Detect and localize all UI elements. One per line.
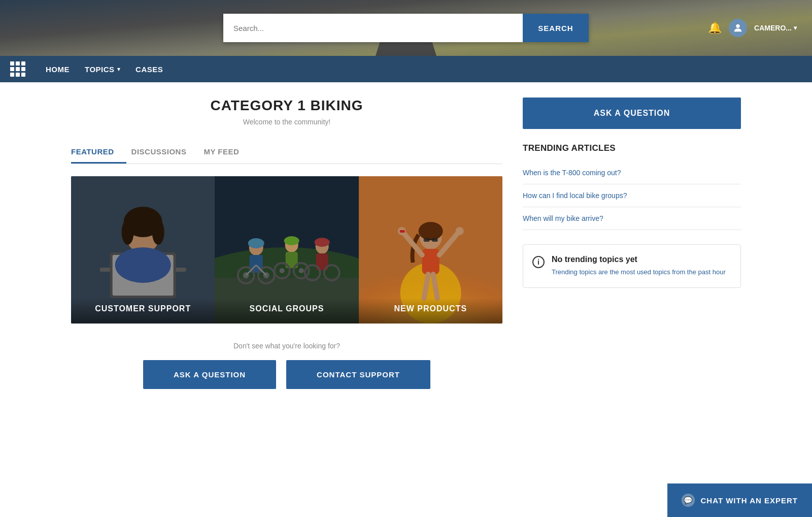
avatar — [729, 19, 747, 37]
bottom-text: Don't see what you're looking for? — [71, 342, 502, 350]
ask-question-sidebar-button[interactable]: ASK A QUESTION — [523, 98, 741, 129]
ask-question-bottom-button[interactable]: ASK A QUESTION — [143, 360, 276, 389]
grid-menu-icon[interactable] — [10, 61, 25, 77]
trending-articles-section: TRENDING ARTICLES When is the T-800 comi… — [523, 143, 741, 230]
tab-my-feed[interactable]: MY FEED — [204, 141, 251, 164]
card-customer-support[interactable]: CUSTOMER SUPPORT — [71, 176, 215, 324]
trending-article-3[interactable]: When will my bike arrive? — [523, 207, 741, 230]
no-trending-box: i No trending topics yet Trending topics… — [523, 244, 741, 288]
nav-item-cases[interactable]: CASES — [136, 63, 163, 76]
header-right: 🔔 CAMERO... ▾ — [708, 19, 797, 37]
username-label[interactable]: CAMERO... ▾ — [754, 24, 797, 32]
tab-discussions[interactable]: DISCUSSIONS — [131, 141, 199, 164]
featured-cards-grid: CUSTOMER SUPPORT — [71, 176, 502, 324]
tab-featured[interactable]: FEATURED — [71, 141, 126, 164]
trending-article-2[interactable]: How can I find local bike groups? — [523, 184, 741, 207]
page-title-section: CATEGORY 1 BIKING Welcome to the communi… — [71, 98, 502, 126]
notification-bell-icon[interactable]: 🔔 — [708, 21, 722, 35]
bottom-section: Don't see what you're looking for? ASK A… — [71, 342, 502, 399]
card-3-label: NEW PRODUCTS — [359, 298, 502, 324]
topics-chevron-icon: ▾ — [117, 66, 121, 73]
bottom-buttons: ASK A QUESTION CONTACT SUPPORT — [71, 360, 502, 389]
chevron-down-icon: ▾ — [794, 24, 797, 31]
search-bar: SEARCH — [223, 14, 589, 42]
search-button[interactable]: SEARCH — [523, 14, 589, 42]
navbar: HOME TOPICS ▾ CASES — [0, 56, 812, 82]
sidebar: ASK A QUESTION TRENDING ARTICLES When is… — [523, 98, 741, 399]
no-trending-description: Trending topics are the most used topics… — [552, 267, 726, 277]
content-area: CATEGORY 1 BIKING Welcome to the communi… — [71, 98, 502, 399]
search-input[interactable] — [223, 14, 523, 42]
contact-support-button[interactable]: CONTACT SUPPORT — [286, 360, 430, 389]
card-2-label: SOCIAL GROUPS — [215, 298, 358, 324]
banner: SEARCH 🔔 CAMERO... ▾ — [0, 0, 812, 56]
main-content: CATEGORY 1 BIKING Welcome to the communi… — [51, 82, 761, 414]
card-new-products[interactable]: NEW PRODUCTS — [359, 176, 502, 324]
page-title: CATEGORY 1 BIKING — [71, 98, 502, 114]
svg-point-0 — [736, 24, 739, 28]
trending-articles-title: TRENDING ARTICLES — [523, 143, 741, 153]
trending-article-1[interactable]: When is the T-800 coming out? — [523, 161, 741, 184]
card-social-groups[interactable]: SOCIAL GROUPS — [215, 176, 358, 324]
no-trending-content: No trending topics yet Trending topics a… — [552, 255, 726, 277]
nav-item-home[interactable]: HOME — [46, 63, 70, 76]
card-1-label: CUSTOMER SUPPORT — [71, 298, 215, 324]
info-icon: i — [532, 256, 545, 268]
nav-item-topics[interactable]: TOPICS ▾ — [85, 63, 120, 76]
page-subtitle: Welcome to the community! — [71, 118, 502, 126]
tabs-bar: FEATURED DISCUSSIONS MY FEED — [71, 141, 502, 164]
no-trending-title: No trending topics yet — [552, 255, 726, 264]
